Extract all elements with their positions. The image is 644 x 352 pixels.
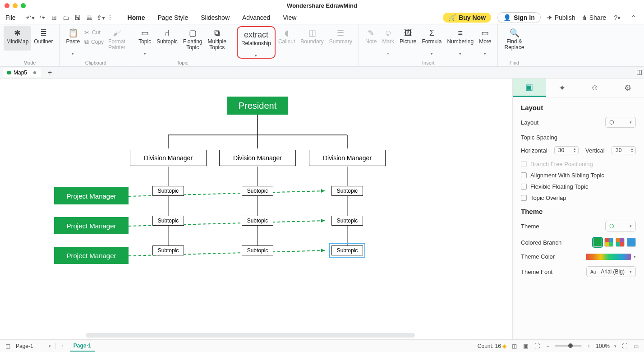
copy-button[interactable]: ⧉Copy bbox=[83, 37, 106, 46]
tab-advanced[interactable]: Advanced bbox=[242, 14, 270, 21]
topic-overlap-checkbox[interactable]: Topic Overlap bbox=[521, 195, 636, 201]
zoom-slider[interactable] bbox=[555, 345, 582, 347]
file-menu[interactable]: File bbox=[5, 14, 16, 21]
floating-topic-button[interactable]: ▢Floating Topic bbox=[180, 26, 205, 56]
zoom-in-button[interactable]: + bbox=[586, 343, 591, 349]
page-selector[interactable]: Page-1▾ bbox=[16, 343, 56, 349]
flexible-floating-checkbox[interactable]: Flexible Floating Topic bbox=[521, 183, 636, 190]
print-button[interactable]: 🖶 bbox=[84, 13, 94, 23]
pm-node-3[interactable]: Project Manager bbox=[54, 247, 129, 264]
fit-view-button[interactable]: ⛶ bbox=[534, 343, 541, 349]
picture-button[interactable]: 🖼Picture bbox=[397, 26, 419, 56]
branch-color-3[interactable] bbox=[616, 238, 625, 247]
vertical-spacing-input[interactable]: 30▲▼ bbox=[612, 146, 636, 154]
subtopic-2-2[interactable]: Subtopic bbox=[242, 216, 273, 226]
horizontal-scrollbar[interactable] bbox=[86, 333, 415, 338]
minimize-window-button[interactable] bbox=[13, 3, 18, 8]
topic-button[interactable]: ▭Topic▾ bbox=[136, 26, 154, 56]
subtopic-1-3[interactable]: Subtopic bbox=[152, 245, 184, 255]
open-doc-button[interactable]: 🗀 bbox=[61, 13, 71, 23]
new-doc-button[interactable]: ⊞ bbox=[49, 13, 59, 23]
subtopic-button[interactable]: ⑁Subtopic bbox=[154, 26, 180, 56]
panel-tab-ai[interactable]: ✦ bbox=[546, 79, 579, 97]
numbering-button[interactable]: ≡Numbering▾ bbox=[444, 26, 476, 56]
align-sibling-checkbox[interactable]: Alignment With Sibling Topic bbox=[521, 172, 636, 179]
subtopic-2-1[interactable]: Subtopic bbox=[242, 186, 273, 196]
menubar: File ↶▾ ↷ ⊞ 🗀 🖫 🖶 ⇪▾ ⋮ Home Page Style S… bbox=[0, 11, 644, 24]
division-node-1[interactable]: Division Manager bbox=[130, 150, 207, 166]
theme-color-dropdown[interactable]: ▾ bbox=[586, 254, 636, 260]
buy-now-button[interactable]: 🛒Buy Now bbox=[443, 13, 491, 23]
add-page-button[interactable]: + bbox=[60, 343, 65, 349]
undo-button[interactable]: ↶▾ bbox=[26, 13, 36, 23]
division-node-3[interactable]: Division Manager bbox=[309, 150, 386, 166]
branch-color-2[interactable] bbox=[604, 238, 613, 247]
relationship-button[interactable]: extractRelationship▾ bbox=[239, 28, 274, 58]
tab-view[interactable]: View bbox=[283, 14, 296, 21]
fullscreen-button[interactable]: ⛶ bbox=[621, 343, 628, 349]
maximize-window-button[interactable] bbox=[21, 3, 26, 8]
view-mode-2[interactable]: ▣ bbox=[522, 343, 529, 349]
sign-in-button[interactable]: 👤Sign In bbox=[497, 12, 541, 23]
pages-panel-button[interactable]: ◫ bbox=[5, 343, 11, 349]
status-bar: ◫ Page-1▾ + Page-1 Count: 16 ◆ ◫ ▣ ⛶ − +… bbox=[0, 339, 644, 352]
subtopic-1-1[interactable]: Subtopic bbox=[152, 186, 184, 196]
subtopic-3-2[interactable]: Subtopic bbox=[331, 216, 363, 226]
tab-page-style[interactable]: Page Style bbox=[157, 14, 188, 21]
panel-tab-settings[interactable]: ⚙ bbox=[611, 79, 644, 97]
theme-font-dropdown[interactable]: AaArial (Big)▾ bbox=[586, 266, 636, 277]
export-button[interactable]: ⇪▾ bbox=[96, 13, 106, 23]
callout-button[interactable]: ◖Callout bbox=[276, 26, 298, 59]
mark-button[interactable]: ☺Mark▾ bbox=[379, 26, 397, 56]
root-node[interactable]: President bbox=[227, 97, 288, 115]
tab-slideshow[interactable]: Slideshow bbox=[201, 14, 230, 21]
branch-color-1[interactable] bbox=[593, 238, 602, 247]
collapse-ribbon-button[interactable]: ⌃ bbox=[629, 13, 639, 23]
help-button[interactable]: ?▾ bbox=[612, 13, 622, 23]
zoom-out-button[interactable]: − bbox=[545, 343, 550, 349]
panel-toggle-button[interactable]: ◫ bbox=[636, 68, 642, 75]
pm-node-2[interactable]: Project Manager bbox=[54, 217, 129, 234]
subtopic-3-3-selected[interactable]: Subtopic bbox=[331, 245, 363, 255]
note-button[interactable]: ✎Note bbox=[363, 26, 379, 56]
format-painter-button[interactable]: 🖌Format Painter bbox=[106, 26, 128, 51]
tab-home[interactable]: Home bbox=[128, 14, 145, 21]
format-painter-icon: 🖌 bbox=[112, 28, 122, 38]
outliner-mode-button[interactable]: ≣Outliner bbox=[31, 26, 55, 51]
panel-tab-emoji[interactable]: ☺ bbox=[579, 79, 612, 97]
theme-heading: Theme bbox=[521, 208, 636, 215]
summary-button[interactable]: ☰Summary bbox=[327, 26, 355, 59]
subtopic-2-3[interactable]: Subtopic bbox=[242, 245, 273, 255]
canvas[interactable]: President Division Manager Division Mana… bbox=[0, 79, 512, 339]
subtopic-3-1[interactable]: Subtopic bbox=[331, 186, 363, 196]
active-page-tab[interactable]: Page-1 bbox=[70, 341, 95, 352]
paste-button[interactable]: 📋Paste▾ bbox=[63, 26, 83, 56]
cut-button[interactable]: ✂Cut bbox=[83, 28, 106, 37]
quick-access-more[interactable]: ⋮ bbox=[108, 13, 112, 23]
subtopic-icon: ⑁ bbox=[162, 28, 172, 38]
theme-dropdown[interactable]: ⬡▾ bbox=[605, 221, 636, 232]
multiple-topics-button[interactable]: ⧉Multiple Topics bbox=[205, 26, 229, 56]
branch-color-4[interactable] bbox=[627, 238, 636, 247]
publish-button[interactable]: ✈Publish bbox=[547, 14, 575, 21]
formula-button[interactable]: ΣFormula▾ bbox=[419, 26, 444, 56]
panel-tab-layout[interactable]: ▣ bbox=[513, 79, 546, 97]
division-node-2[interactable]: Division Manager bbox=[219, 150, 296, 166]
pm-node-1[interactable]: Project Manager bbox=[54, 187, 129, 204]
layout-dropdown[interactable]: ⬡▾ bbox=[605, 117, 636, 128]
new-tab-button[interactable]: + bbox=[44, 69, 55, 77]
document-tab[interactable]: Map5 bbox=[3, 68, 41, 77]
view-mode-1[interactable]: ◫ bbox=[511, 343, 518, 349]
clipboard-group-label: Clipboard bbox=[85, 60, 106, 65]
redo-button[interactable]: ↷ bbox=[37, 13, 47, 23]
save-button[interactable]: 🖫 bbox=[73, 13, 83, 23]
boundary-button[interactable]: ◫Boundary bbox=[298, 26, 326, 59]
close-window-button[interactable] bbox=[5, 3, 9, 8]
subtopic-1-2[interactable]: Subtopic bbox=[152, 216, 184, 226]
mindmap-mode-button[interactable]: ✱MindMap bbox=[4, 26, 31, 51]
share-button[interactable]: ⋔Share bbox=[582, 14, 606, 21]
minimize-panel-button[interactable]: ▭ bbox=[633, 343, 639, 349]
find-replace-button[interactable]: 🔍Find & Replace bbox=[501, 26, 527, 51]
more-insert-button[interactable]: ▭More▾ bbox=[476, 26, 494, 56]
horizontal-spacing-input[interactable]: 30▲▼ bbox=[554, 146, 579, 154]
